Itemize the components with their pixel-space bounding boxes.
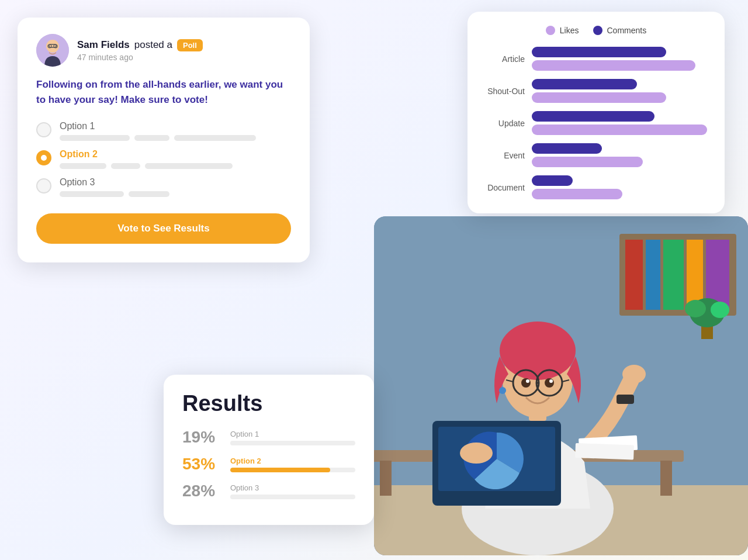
- chart-card: Likes Comments Article Shout-Out: [468, 12, 725, 213]
- result-bar-track-option2: [230, 468, 355, 472]
- svg-point-10: [711, 302, 729, 318]
- results-card: Results 19% Option 1 53% Option 2 28%: [164, 375, 374, 525]
- chart-legend: Likes Comments: [484, 26, 708, 35]
- event-likes-bar: [532, 157, 643, 167]
- document-comments-bar: [532, 175, 573, 186]
- chart-bars-event: [532, 143, 708, 167]
- scene: Sam Fields posted a Poll 47 minutes ago …: [0, 0, 748, 560]
- option1-bars: [60, 135, 291, 141]
- photo-background: [374, 216, 748, 555]
- result-pct-option1: 19%: [182, 428, 223, 447]
- option3-bar2: [129, 191, 169, 197]
- result-label-option1: Option 1: [230, 430, 355, 438]
- result-bar-track-option1: [230, 441, 355, 445]
- svg-point-29: [521, 378, 531, 388]
- option3-content: Option 3: [60, 177, 291, 197]
- svg-point-23: [500, 322, 576, 380]
- result-row-option1: 19% Option 1: [182, 428, 355, 447]
- chart-rows: Article Shout-Out Update: [484, 47, 708, 199]
- shoutout-comments-bar: [532, 79, 637, 89]
- svg-rect-13: [380, 461, 392, 496]
- option1-label: Option 1: [60, 121, 291, 132]
- svg-point-9: [685, 300, 706, 317]
- chart-row-event: Event: [484, 143, 708, 167]
- result-info-option2: Option 2: [230, 457, 355, 472]
- chart-bars-shoutout: [532, 79, 708, 103]
- option2-bar1: [60, 163, 106, 169]
- likes-dot: [546, 26, 555, 35]
- radio-option1[interactable]: [36, 122, 51, 137]
- chart-label-event: Event: [484, 151, 525, 160]
- update-comments-bar: [532, 111, 654, 122]
- result-row-option3: 28% Option 3: [182, 482, 355, 500]
- result-info-option3: Option 3: [230, 483, 355, 499]
- chart-bars-article: [532, 47, 708, 71]
- result-bar-fill-option1: [230, 441, 268, 445]
- chart-row-shoutout: Shout-Out: [484, 79, 708, 103]
- option2-content: Option 2: [60, 149, 291, 169]
- result-label-option3: Option 3: [230, 483, 355, 492]
- option2-bars: [60, 163, 291, 169]
- svg-point-32: [549, 379, 553, 383]
- chart-row-document: Document: [484, 175, 708, 199]
- option3-bar1: [60, 191, 124, 197]
- option1-bar2: [134, 135, 169, 141]
- radio-option3[interactable]: [36, 178, 51, 193]
- option1-bar1: [60, 135, 130, 141]
- result-row-option2: 53% Option 2: [182, 455, 355, 473]
- option1-bar3: [174, 135, 256, 141]
- svg-rect-2: [625, 240, 643, 310]
- result-bar-fill-option3: [230, 495, 285, 499]
- avatar: [36, 34, 69, 67]
- article-comments-bar: [532, 47, 666, 57]
- option2-bar2: [111, 163, 140, 169]
- result-bar-fill-option2: [230, 468, 330, 472]
- author-name-row: Sam Fields posted a Poll: [77, 39, 203, 51]
- results-title: Results: [182, 391, 355, 416]
- chart-label-article: Article: [484, 54, 525, 64]
- article-likes-bar: [532, 60, 695, 71]
- vote-button[interactable]: Vote to See Results: [36, 213, 291, 244]
- option1-content: Option 1: [60, 121, 291, 141]
- office-scene-svg: [374, 216, 748, 555]
- time-ago: 47 minutes ago: [77, 53, 203, 62]
- author-info: Sam Fields posted a Poll 47 minutes ago: [77, 39, 203, 62]
- result-pct-option2: 53%: [182, 455, 223, 473]
- radio-inner: [41, 155, 47, 161]
- svg-point-41: [460, 443, 493, 464]
- legend-likes-label: Likes: [560, 26, 579, 35]
- result-label-option2: Option 2: [230, 457, 355, 465]
- poll-description: Following on from the all-hands earlier,…: [36, 77, 291, 107]
- svg-rect-4: [663, 240, 684, 310]
- poll-option-3[interactable]: Option 3: [36, 177, 291, 197]
- chart-bars-update: [532, 111, 708, 135]
- poll-options: Option 1 Option 2: [36, 121, 291, 197]
- option3-bars: [60, 191, 291, 197]
- svg-rect-14: [660, 461, 672, 496]
- poll-badge: Poll: [177, 39, 203, 51]
- author-name: Sam Fields: [77, 39, 130, 51]
- chart-label-update: Update: [484, 119, 525, 128]
- result-bar-track-option3: [230, 495, 355, 499]
- chart-label-shoutout: Shout-Out: [484, 87, 525, 96]
- update-likes-bar: [532, 125, 707, 135]
- svg-point-30: [545, 378, 554, 388]
- poll-option-2[interactable]: Option 2: [36, 149, 291, 169]
- result-info-option1: Option 1: [230, 430, 355, 445]
- radio-option2[interactable]: [36, 150, 51, 165]
- legend-comments-label: Comments: [607, 26, 647, 35]
- posted-text: posted a: [134, 39, 172, 51]
- option2-bar3: [145, 163, 233, 169]
- event-comments-bar: [532, 143, 602, 154]
- svg-point-33: [499, 387, 506, 394]
- svg-rect-35: [617, 395, 634, 404]
- comments-dot: [593, 26, 602, 35]
- chart-bars-document: [532, 175, 708, 199]
- chart-row-article: Article: [484, 47, 708, 71]
- legend-comments: Comments: [593, 26, 647, 35]
- legend-likes: Likes: [546, 26, 579, 35]
- poll-option-1[interactable]: Option 1: [36, 121, 291, 141]
- svg-rect-40: [575, 443, 634, 459]
- result-pct-option3: 28%: [182, 482, 223, 500]
- shoutout-likes-bar: [532, 92, 666, 103]
